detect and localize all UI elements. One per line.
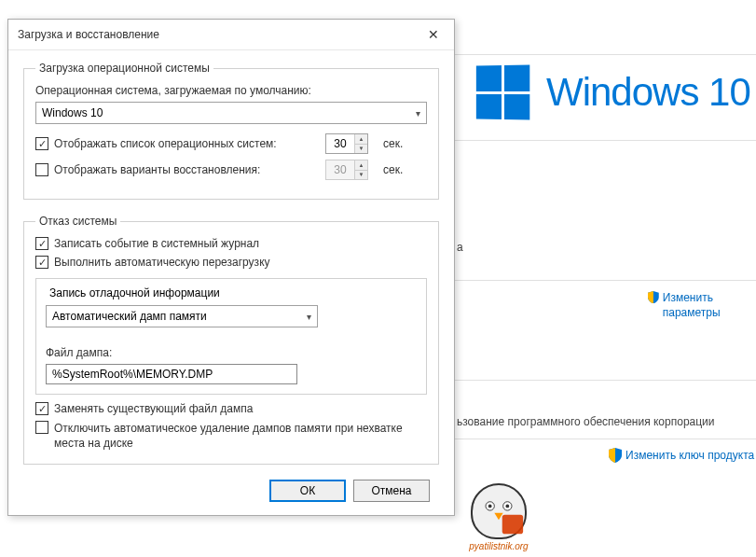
show-recovery-label: Отображать варианты восстановления: [54, 163, 320, 176]
close-icon: ✕ [428, 27, 439, 42]
show-os-list-label: Отображать список операционных систем: [54, 137, 320, 150]
disable-autodelete-label: Отключить автоматическое удаление дампов… [54, 421, 427, 451]
svg-point-3 [505, 505, 509, 508]
cancel-button[interactable]: Отмена [353, 480, 430, 502]
windows-brand: Windows 10 [475, 65, 750, 119]
windows-logo-icon [476, 64, 529, 119]
default-os-select[interactable]: Windows 10 ▾ [35, 102, 427, 124]
debug-dump-value: Автоматический дамп памяти [52, 310, 207, 323]
change-product-key-link[interactable]: Изменить ключ продукта [609, 448, 754, 463]
svg-marker-4 [494, 513, 502, 520]
show-recovery-input [326, 160, 354, 179]
auto-restart-label: Выполнить автоматическую перезагрузку [54, 256, 427, 269]
bg-text-fragment-a: а [457, 241, 463, 254]
show-os-list-input[interactable] [326, 134, 354, 153]
shield-icon [609, 448, 622, 463]
show-recovery-checkbox[interactable] [35, 163, 48, 176]
show-os-list-checkbox[interactable] [35, 137, 48, 150]
mascot-logo: pyatilistnik.org [457, 467, 541, 551]
log-event-checkbox[interactable] [35, 237, 48, 250]
change-settings-link[interactable]: Изменить параметры [648, 291, 756, 320]
spin-down-icon: ▼ [355, 171, 367, 180]
overwrite-dump-label: Заменять существующий файл дампа [54, 402, 427, 415]
bg-license-text: ьзование программного обеспечения корпор… [457, 415, 715, 428]
spin-down-icon[interactable]: ▼ [355, 145, 367, 154]
debug-info-legend: Запись отладочной информации [46, 286, 224, 299]
dump-file-label: Файл дампа: [46, 346, 417, 359]
svg-rect-5 [502, 515, 523, 535]
overwrite-dump-checkbox[interactable] [35, 402, 48, 415]
auto-restart-checkbox[interactable] [35, 256, 48, 269]
show-os-list-spinner[interactable]: ▲ ▼ [325, 133, 368, 154]
dialog-titlebar: Загрузка и восстановление ✕ [8, 20, 454, 50]
close-button[interactable]: ✕ [420, 25, 447, 44]
show-recovery-spinner: ▲ ▼ [325, 160, 368, 180]
windows-brand-text: Windows 10 [546, 70, 750, 115]
default-os-value: Windows 10 [42, 106, 103, 119]
change-settings-text: Изменить параметры [663, 291, 756, 320]
debug-info-group: Запись отладочной информации Автоматичес… [35, 278, 427, 395]
shield-icon [648, 291, 659, 306]
debug-dump-select[interactable]: Автоматический дамп памяти ▾ [46, 305, 318, 327]
system-boot-legend: Загрузка операционной системы [35, 62, 213, 75]
chevron-down-icon: ▾ [416, 108, 420, 118]
system-failure-legend: Отказ системы [35, 215, 120, 228]
spin-up-icon[interactable]: ▲ [355, 134, 367, 145]
default-os-label: Операционная система, загружаемая по умо… [35, 84, 427, 97]
seconds-unit: сек. [383, 137, 403, 150]
dump-file-input[interactable] [46, 364, 297, 384]
svg-point-2 [488, 505, 492, 508]
disable-autodelete-checkbox[interactable] [35, 421, 48, 434]
dialog-title: Загрузка и восстановление [18, 28, 159, 41]
log-event-label: Записать событие в системный журнал [54, 237, 427, 250]
seconds-unit: сек. [383, 163, 403, 176]
spin-up-icon: ▲ [355, 160, 367, 171]
system-failure-group: Отказ системы Записать событие в системн… [23, 215, 439, 465]
chevron-down-icon: ▾ [307, 312, 311, 322]
mascot-url: pyatilistnik.org [469, 541, 528, 551]
ok-button[interactable]: ОК [269, 480, 346, 502]
change-key-text: Изменить ключ продукта [625, 449, 754, 462]
system-boot-group: Загрузка операционной системы Операционн… [23, 62, 439, 200]
startup-recovery-dialog: Загрузка и восстановление ✕ Загрузка опе… [7, 19, 455, 516]
